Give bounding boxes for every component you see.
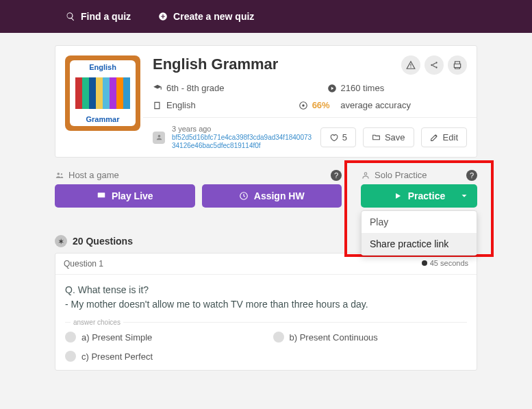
- radio-icon: [65, 332, 76, 343]
- print-button[interactable]: [448, 55, 467, 75]
- question-card-1: Question 1 45 seconds Q. What tense is i…: [55, 253, 477, 371]
- author-id-link[interactable]: bf52d5d16bfc71e4ca398f3cda9ad34f18400733…: [172, 134, 314, 150]
- questions-badge: ✶: [55, 235, 67, 247]
- svg-point-11: [364, 173, 367, 175]
- clock-icon: [239, 191, 249, 201]
- report-button[interactable]: [401, 55, 420, 75]
- quiz-thumbnail: English Grammar: [65, 55, 140, 131]
- share-icon: [429, 60, 439, 70]
- print-icon: [453, 60, 462, 70]
- answer-choices-label: answer choices: [65, 319, 467, 326]
- find-quiz-label: Find a quiz: [81, 11, 131, 22]
- user-icon: [155, 134, 163, 141]
- choice-b[interactable]: b) Present Continuous: [273, 332, 468, 343]
- person-icon: [361, 171, 370, 180]
- presentation-icon: [97, 191, 106, 201]
- question-number: Question 1: [64, 259, 103, 269]
- solo-help-icon[interactable]: ?: [466, 170, 477, 181]
- author-avatar: [153, 132, 165, 144]
- practice-menu-share[interactable]: Share practice link: [362, 233, 477, 255]
- grade-icon: [153, 84, 162, 93]
- folder-icon: [372, 133, 381, 142]
- svg-point-5: [435, 62, 437, 63]
- play-count: 2160 times: [327, 83, 385, 93]
- search-icon: [66, 12, 75, 21]
- radio-icon: [273, 332, 284, 343]
- book-icon: [153, 101, 162, 110]
- practice-dropdown: Play Share practice link: [361, 210, 477, 256]
- svg-point-6: [435, 66, 437, 68]
- target-icon: [299, 101, 308, 110]
- question-stem-line1: Q. What tense is it?: [65, 283, 467, 297]
- quiz-hero-card: English Grammar English Grammar 6th - 8t…: [55, 45, 477, 158]
- find-quiz-link[interactable]: Find a quiz: [66, 11, 131, 22]
- pencil-icon: [430, 133, 439, 142]
- chevron-down-icon: [459, 191, 469, 201]
- edit-button[interactable]: Edit: [421, 127, 467, 147]
- solo-section: Solo Practice ? Practice Play Share prac…: [361, 170, 477, 208]
- heart-icon: [329, 133, 338, 142]
- subject: English: [153, 100, 196, 110]
- practice-button[interactable]: Practice: [361, 184, 477, 208]
- radio-icon: [65, 351, 76, 362]
- svg-point-7: [58, 173, 60, 175]
- thumb-top-text: English: [89, 63, 116, 71]
- host-label: Host a game: [68, 170, 119, 180]
- like-button[interactable]: 5: [320, 127, 356, 147]
- svg-rect-9: [98, 193, 105, 198]
- svg-point-3: [157, 135, 160, 138]
- question-stem-line2: - My mother doesn't allow me to watch TV…: [65, 297, 467, 312]
- svg-point-8: [61, 173, 62, 175]
- timestamp: 3 years ago: [172, 125, 314, 134]
- bookshelf-art: [75, 77, 130, 109]
- grade-level: 6th - 8th grade: [153, 83, 225, 93]
- accuracy: 66% average accuracy: [299, 100, 411, 110]
- warning-icon: [406, 60, 416, 70]
- author-row: 3 years ago bf52d5d16bfc71e4ca398f3cda9a…: [143, 117, 477, 157]
- save-button[interactable]: Save: [363, 127, 414, 147]
- solo-label: Solo Practice: [375, 170, 427, 180]
- question-timer: 45 seconds: [422, 259, 468, 267]
- play-live-button[interactable]: Play Live: [55, 184, 195, 208]
- share-button[interactable]: [425, 55, 444, 75]
- host-help-icon[interactable]: ?: [331, 170, 342, 181]
- practice-menu-play[interactable]: Play: [362, 211, 477, 233]
- top-navbar: Find a quiz Create a new quiz: [0, 0, 532, 33]
- play-icon: [393, 191, 403, 201]
- svg-point-2: [302, 104, 305, 107]
- choice-a[interactable]: a) Present Simple: [65, 332, 259, 343]
- assign-hw-button[interactable]: Assign HW: [202, 184, 342, 208]
- users-icon: [55, 171, 64, 180]
- create-quiz-link[interactable]: Create a new quiz: [158, 11, 254, 22]
- thumb-bottom-text: Grammar: [86, 115, 120, 123]
- questions-count: 20 Questions: [73, 236, 133, 247]
- play-icon: [327, 84, 337, 93]
- choice-c[interactable]: c) Present Perfect: [65, 351, 259, 362]
- create-quiz-label: Create a new quiz: [173, 11, 254, 22]
- svg-point-4: [431, 64, 432, 66]
- host-section: Host a game ? Play Live Assign HW: [55, 170, 342, 208]
- plus-circle-icon: [158, 12, 168, 21]
